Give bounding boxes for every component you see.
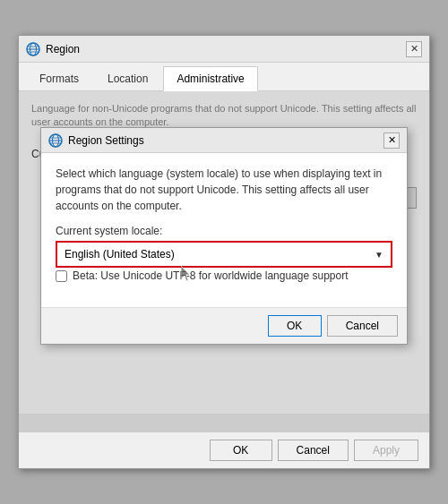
tab-formats[interactable]: Formats (26, 66, 92, 90)
close-button[interactable]: ✕ (406, 41, 422, 57)
beta-checkbox-row: Beta: Use Unicode UTF-8 for worldwide la… (56, 269, 392, 282)
modal-cancel-button[interactable]: Cancel (327, 315, 398, 337)
modal-title: Region Settings (68, 134, 383, 147)
modal-title-bar: Region Settings ✕ (41, 128, 407, 153)
modal-globe-icon (48, 133, 63, 148)
cancel-button[interactable]: Cancel (278, 440, 349, 461)
window-title: Region (46, 43, 406, 56)
content-area: Language for non-Unicode programs that d… (19, 91, 429, 431)
modal-footer: OK Cancel (41, 307, 407, 344)
modal-backdrop: Region Settings ✕ Select which language … (19, 91, 429, 431)
beta-checkbox[interactable] (56, 270, 67, 282)
region-icon (26, 42, 40, 56)
tab-administrative[interactable]: Administrative (163, 66, 257, 91)
modal-description: Select which language (system locale) to… (56, 166, 392, 214)
tab-location[interactable]: Location (94, 66, 161, 90)
apply-button[interactable]: Apply (354, 440, 418, 461)
tab-bar: Formats Location Administrative (19, 63, 429, 91)
locale-select[interactable]: English (United States) Chinese (Simplif… (57, 243, 391, 266)
bottom-bar: OK Cancel Apply (19, 431, 429, 468)
beta-checkbox-label[interactable]: Beta: Use Unicode UTF-8 for worldwide la… (73, 269, 349, 282)
region-settings-dialog: Region Settings ✕ Select which language … (40, 127, 408, 345)
modal-ok-button[interactable]: OK (268, 315, 322, 337)
modal-close-button[interactable]: ✕ (383, 132, 400, 149)
modal-body: Select which language (system locale) to… (41, 153, 407, 307)
locale-select-wrapper: English (United States) Chinese (Simplif… (56, 241, 392, 268)
ok-button[interactable]: OK (210, 440, 272, 461)
locale-field-label: Current system locale: (56, 225, 392, 237)
title-bar: Region ✕ (19, 36, 429, 63)
main-window: Region ✕ Formats Location Administrative… (18, 35, 430, 469)
